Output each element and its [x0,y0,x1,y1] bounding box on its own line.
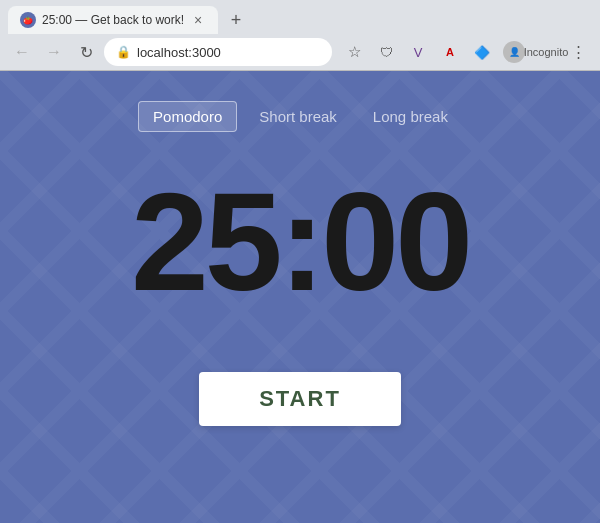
profile-icon: 👤 [503,41,525,63]
tab-title: 25:00 — Get back to work! [42,13,184,27]
url-text: localhost:3000 [137,45,221,60]
address-bar[interactable]: 🔒 localhost:3000 [104,38,332,66]
reload-icon: ↻ [80,43,93,62]
active-tab[interactable]: 🍅 25:00 — Get back to work! × [8,6,218,34]
tab-close-button[interactable]: × [190,12,206,28]
incognito-label: Incognito [532,38,560,66]
bookmark-button[interactable]: ☆ [340,38,368,66]
mode-tab-pomodoro[interactable]: Pomodoro [138,101,237,132]
bookmark-icon: ☆ [348,43,361,61]
tab-bar: 🍅 25:00 — Get back to work! × + [0,0,600,34]
lock-icon: 🔒 [116,45,131,59]
forward-button[interactable]: → [40,38,68,66]
extension-icon-1[interactable]: 🛡 [372,38,400,66]
vpn-icon: V [414,45,423,60]
menu-icon: ⋮ [571,43,586,61]
mode-tab-short-break[interactable]: Short break [245,102,351,131]
nav-bar: ← → ↻ 🔒 localhost:3000 ☆ 🛡 V A [0,34,600,70]
forward-icon: → [46,43,62,61]
nav-icons: ☆ 🛡 V A 🔷 👤 Incognito ⋮ [340,38,592,66]
reload-button[interactable]: ↻ [72,38,100,66]
back-button[interactable]: ← [8,38,36,66]
profile-label: 👤 [509,47,520,57]
browser-chrome: 🍅 25:00 — Get back to work! × + ← → ↻ 🔒 … [0,0,600,71]
tab-favicon: 🍅 [20,12,36,28]
adblocker-icon: A [446,46,454,58]
menu-button[interactable]: ⋮ [564,38,592,66]
new-tab-button[interactable]: + [222,6,250,34]
app-container: Pomodoro Short break Long break 25:00 ST… [0,71,600,523]
back-icon: ← [14,43,30,61]
extension-icon-4[interactable]: 🔷 [468,38,496,66]
mode-tabs: Pomodoro Short break Long break [138,101,462,132]
extension-icon-3[interactable]: A [436,38,464,66]
extension-icon-2[interactable]: V [404,38,432,66]
timer-display: 25:00 [131,172,469,312]
mode-tab-long-break[interactable]: Long break [359,102,462,131]
start-button[interactable]: START [199,372,401,426]
wallet-icon: 🔷 [474,45,490,60]
shield-icon: 🛡 [380,45,393,60]
